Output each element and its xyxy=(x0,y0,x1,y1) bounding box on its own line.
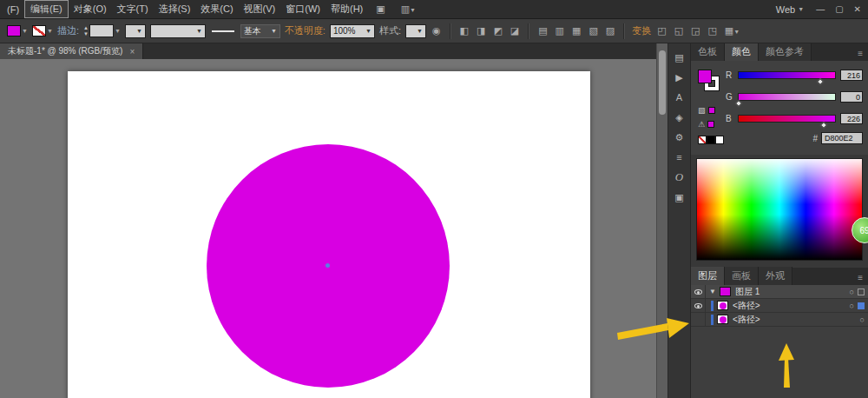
green-slider-thumb[interactable] xyxy=(735,100,742,107)
web-safe-swatch[interactable] xyxy=(708,107,715,114)
opacity-label[interactable]: 不透明度: xyxy=(285,24,326,37)
black-swatch[interactable] xyxy=(707,136,715,144)
none-swatch[interactable] xyxy=(698,136,707,144)
arrange-documents-icon[interactable]: ▥▼ xyxy=(401,3,416,15)
tab-color-guide[interactable]: 颜色参考 xyxy=(759,43,812,61)
tab-layers[interactable]: 图层 xyxy=(691,267,725,285)
panel-menu-icon[interactable]: ≡ xyxy=(858,49,868,61)
step-up-icon[interactable]: ▲ xyxy=(83,25,89,31)
layer-row[interactable]: <路径> ○ xyxy=(691,299,868,313)
white-swatch[interactable] xyxy=(715,136,724,144)
selection-indicator[interactable] xyxy=(858,302,865,309)
stepper-arrows[interactable]: ▲ ▼ xyxy=(83,25,89,36)
play-icon[interactable]: ▶ xyxy=(671,70,688,84)
red-slider-thumb[interactable] xyxy=(817,78,824,85)
menu-icon[interactable]: ≡ xyxy=(671,150,688,164)
transform-w-icon[interactable]: ◲ xyxy=(689,25,701,36)
align-bottom-icon[interactable]: ▨ xyxy=(604,25,616,36)
visibility-toggle[interactable] xyxy=(691,299,706,312)
close-button[interactable]: ✕ xyxy=(849,4,866,14)
selection-indicator[interactable] xyxy=(858,289,865,295)
target-icon[interactable]: ○ xyxy=(850,288,854,296)
hex-value-field[interactable]: D800E2 xyxy=(821,132,863,144)
opacity-dropdown[interactable]: 100% ▼ xyxy=(330,24,375,38)
align-left-icon[interactable]: ▤ xyxy=(536,25,549,36)
expand-triangle-icon[interactable]: ▼ xyxy=(709,288,716,295)
panel-group-icon[interactable]: ▤ xyxy=(671,50,688,64)
menu-help[interactable]: 帮助(H) xyxy=(326,1,368,17)
align-top-icon[interactable]: ▧ xyxy=(587,25,599,36)
type-icon[interactable]: A xyxy=(671,90,688,104)
menu-select[interactable]: 选择(S) xyxy=(154,1,196,17)
shape-mode-minus-icon[interactable]: ◨ xyxy=(475,25,487,36)
menu-view[interactable]: 视图(V) xyxy=(239,1,281,17)
fill-swatch[interactable] xyxy=(7,25,21,36)
style-label[interactable]: 样式: xyxy=(379,24,401,37)
close-icon[interactable]: × xyxy=(129,47,135,56)
layer-row[interactable]: <路径> ○ xyxy=(691,313,868,327)
fill-color-picker[interactable]: ▼ xyxy=(7,25,28,36)
stroke-weight-stepper[interactable]: ▲ ▼ ▼ xyxy=(83,24,121,38)
transform-h-icon[interactable]: ◳ xyxy=(706,25,718,36)
menu-type[interactable]: 文字(T) xyxy=(112,1,154,17)
target-icon[interactable]: ○ xyxy=(850,302,854,310)
symbols-icon[interactable]: ◈ xyxy=(671,110,688,124)
document-tab[interactable]: 未标题-1* @ 98% (RGB/预览) × xyxy=(0,43,143,59)
transform-y-icon[interactable]: ◱ xyxy=(673,25,685,36)
tab-swatches[interactable]: 色板 xyxy=(691,43,725,61)
stroke-icon[interactable]: O xyxy=(671,170,688,184)
panel-menu-icon[interactable]: ≡ xyxy=(858,273,868,285)
document-icon[interactable]: ▣ xyxy=(376,3,385,15)
brush-definition-dropdown[interactable]: ▼ xyxy=(150,24,206,38)
stroke-label[interactable]: 描边: xyxy=(57,24,79,37)
shape-mode-unite-icon[interactable]: ◧ xyxy=(458,25,470,36)
stroke-none-swatch[interactable] xyxy=(32,25,46,36)
restore-button[interactable]: ▢ xyxy=(830,4,848,14)
menu-effect[interactable]: 效果(C) xyxy=(195,1,238,17)
blue-slider-thumb[interactable] xyxy=(820,122,827,129)
gamut-warning[interactable]: ⚠ xyxy=(698,120,714,129)
visibility-toggle[interactable] xyxy=(691,285,706,298)
gear-icon[interactable]: ⚙ xyxy=(671,130,688,144)
target-icon[interactable]: ○ xyxy=(860,315,865,324)
in-gamut-swatch[interactable] xyxy=(707,121,714,128)
red-slider[interactable] xyxy=(738,71,836,79)
circle-center-anchor[interactable] xyxy=(326,263,330,268)
color-spectrum[interactable] xyxy=(696,158,863,261)
style-dropdown[interactable]: ▼ xyxy=(405,24,426,38)
grid-options-icon[interactable]: ▦▼ xyxy=(723,25,741,36)
layer-row[interactable]: ▼ 图层 1 ○ xyxy=(691,285,868,299)
document-setup-icon[interactable]: ◉ xyxy=(431,25,443,36)
transform-x-icon[interactable]: ◰ xyxy=(655,25,667,36)
tab-appearance[interactable]: 外观 xyxy=(759,267,792,285)
green-value-field[interactable]: 0 xyxy=(840,91,863,103)
fill-proxy-swatch[interactable] xyxy=(698,70,712,83)
tab-color[interactable]: 颜色 xyxy=(725,43,759,61)
menu-object[interactable]: 对象(O) xyxy=(69,1,112,17)
width-profile-dropdown[interactable]: ▼ xyxy=(125,24,146,38)
layer-name[interactable]: 图层 1 xyxy=(735,286,850,298)
shape-mode-exclude-icon[interactable]: ◪ xyxy=(509,25,521,36)
transform-label[interactable]: 变换 xyxy=(632,24,651,37)
workspace-switcher[interactable]: Web ▼ xyxy=(769,4,811,15)
align-right-icon[interactable]: ▦ xyxy=(570,25,582,36)
graphic-style-dropdown[interactable]: 基本 ▼ xyxy=(240,24,280,38)
web-color-warning[interactable]: ▧ xyxy=(698,106,715,115)
minimize-button[interactable]: — xyxy=(811,4,830,14)
canvas[interactable] xyxy=(0,59,656,398)
blue-slider[interactable] xyxy=(738,115,836,123)
tab-artboards[interactable]: 画板 xyxy=(725,267,759,285)
menu-window[interactable]: 窗口(W) xyxy=(280,1,326,17)
blue-value-field[interactable]: 226 xyxy=(840,113,863,124)
green-slider[interactable] xyxy=(738,93,836,101)
layer-name[interactable]: <路径> xyxy=(733,300,850,312)
stroke-weight-field[interactable] xyxy=(89,24,114,37)
shape-mode-intersect-icon[interactable]: ◩ xyxy=(491,25,503,36)
menu-file[interactable]: (F) xyxy=(2,3,24,17)
stroke-color-picker[interactable]: ▼ xyxy=(32,25,53,36)
align-center-icon[interactable]: ▥ xyxy=(554,25,566,36)
layer-name[interactable]: <路径> xyxy=(733,314,860,326)
layers-icon[interactable]: ▣ xyxy=(671,190,688,204)
scrollbar-thumb[interactable] xyxy=(659,50,666,115)
vertical-scrollbar[interactable] xyxy=(656,43,667,398)
